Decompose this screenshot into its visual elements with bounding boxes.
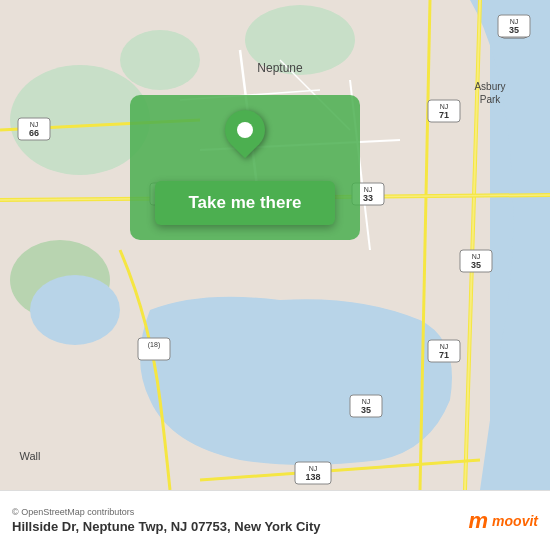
svg-text:NJ: NJ [510,18,519,25]
pin-inner [237,122,253,138]
map-container: NJ NJ 35 NJ 66 NJ 33 NJ 33 NJ 71 NJ 71 (… [0,0,550,490]
svg-text:Neptune: Neptune [257,61,303,75]
svg-text:NJ: NJ [440,343,449,350]
take-me-there-button[interactable]: Take me there [155,181,335,225]
svg-text:Asbury: Asbury [474,81,505,92]
location-card: Take me there [130,95,360,240]
svg-text:35: 35 [471,260,481,270]
svg-text:35: 35 [509,25,519,35]
pin-body [217,102,274,159]
svg-text:NJ: NJ [309,465,318,472]
svg-text:33: 33 [363,193,373,203]
moovit-logo: m moovit [469,508,538,534]
svg-text:66: 66 [29,128,39,138]
svg-text:NJ: NJ [362,398,371,405]
svg-text:(18): (18) [148,341,160,349]
svg-text:Park: Park [480,94,502,105]
svg-point-5 [30,275,120,345]
svg-text:NJ: NJ [30,121,39,128]
moovit-icon: m [469,508,489,534]
svg-text:NJ: NJ [472,253,481,260]
svg-text:71: 71 [439,110,449,120]
svg-text:Wall: Wall [20,450,41,462]
svg-text:71: 71 [439,350,449,360]
map-background: NJ NJ 35 NJ 66 NJ 33 NJ 33 NJ 71 NJ 71 (… [0,0,550,490]
svg-point-3 [120,30,200,90]
svg-text:35: 35 [361,405,371,415]
svg-text:NJ: NJ [440,103,449,110]
footer-bar: © OpenStreetMap contributors Hillside Dr… [0,490,550,550]
location-pin [225,110,265,150]
moovit-text: moovit [492,513,538,529]
address-text: Hillside Dr, Neptune Twp, NJ 07753, New … [12,519,469,534]
svg-text:138: 138 [305,472,320,482]
svg-text:NJ: NJ [364,186,373,193]
osm-credit: © OpenStreetMap contributors [12,507,469,517]
